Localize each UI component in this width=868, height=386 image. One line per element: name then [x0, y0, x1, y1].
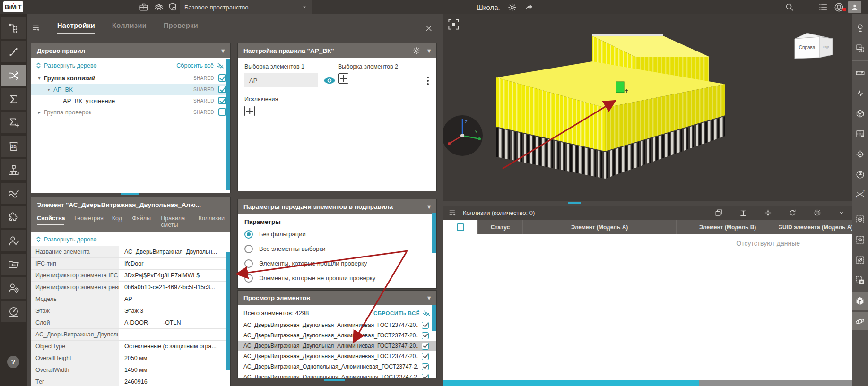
radio-button[interactable] [244, 259, 253, 268]
shared-checkbox[interactable] [218, 86, 226, 93]
element-list-item[interactable]: АС_ДверьВитражная_Двупольная_Алюминиевая… [238, 320, 436, 330]
fit-view-button[interactable] [447, 18, 460, 31]
collapse-caret-icon[interactable]: ▾ [427, 47, 431, 54]
collapse-rows-button[interactable] [764, 208, 773, 217]
shared-checkbox[interactable] [218, 74, 226, 82]
radio-button[interactable] [244, 274, 253, 283]
hide-selection-button[interactable] [852, 251, 868, 269]
collisions-menu-button[interactable] [448, 208, 457, 217]
help-button[interactable]: ? [7, 356, 19, 368]
project-settings-button[interactable] [507, 2, 517, 12]
tab-проверки[interactable]: Проверки [164, 22, 198, 34]
flag-button[interactable] [852, 165, 868, 184]
rules-tree-item[interactable]: ▾Группа коллизийSHARED [31, 72, 230, 84]
collapse-caret-icon[interactable]: ▾ [427, 294, 431, 301]
solid-mode-button[interactable] [852, 292, 868, 310]
panel-resize-handle[interactable] [568, 202, 581, 204]
collapse-caret-icon[interactable]: ▾ [427, 203, 431, 210]
reset-all-elements-link[interactable]: СБРОСИТЬ ВСЁ [373, 310, 431, 317]
workspace-selector[interactable]: Базовое пространство [180, 0, 312, 14]
show-selection-button[interactable] [852, 231, 868, 249]
element-checkbox[interactable] [422, 353, 429, 360]
project-tree-button[interactable] [852, 19, 868, 37]
tree-expand-arrow[interactable]: ▾ [35, 76, 43, 81]
panel-resize-handle[interactable] [121, 193, 139, 195]
element-tab-5[interactable]: Правила сметы [161, 215, 188, 232]
model-import-button[interactable] [1, 254, 26, 275]
element-tab-2[interactable]: Геометрия [74, 215, 102, 225]
visibility-eye-icon[interactable] [323, 76, 336, 85]
horizontal-scrollbar[interactable] [443, 380, 852, 386]
shared-checkbox[interactable] [218, 108, 226, 116]
element-checkbox[interactable] [422, 363, 429, 370]
structure-button[interactable] [1, 159, 26, 180]
element-tab-1[interactable]: Свойства [37, 215, 64, 225]
rules-tree-item[interactable]: ▾АР_ВКSHARED [31, 84, 230, 95]
shared-checkbox[interactable] [218, 97, 226, 104]
axes-button[interactable]: 21 [852, 186, 868, 204]
sum-add-button[interactable] [1, 112, 26, 133]
element-list-item[interactable]: АС_ДверьВитражная_Двупольная_Алюминиевая… [238, 351, 436, 361]
navigation-cube[interactable]: Справа Сзади [791, 30, 835, 61]
scrollbar-thumb[interactable] [443, 380, 699, 386]
rule-settings-header[interactable]: Настройка правила "АР_ВК" ▾ [238, 43, 436, 58]
element-list-item[interactable]: АС_ДверьВитражная_Двупольная_Алюминиевая… [238, 341, 436, 351]
rules-tree-item[interactable]: ▸Группа проверокSHARED [31, 106, 230, 118]
refresh-button[interactable] [788, 208, 797, 217]
reset-all-link[interactable]: Сбросить всё [176, 62, 225, 69]
expand-properties-link[interactable]: Развернуть дерево [36, 236, 96, 243]
tab-коллизии[interactable]: Коллизии [112, 22, 147, 34]
collapse-caret-icon[interactable]: ▾ [221, 47, 225, 54]
rules-tree-panel-header[interactable]: Дерево правил ▾ [31, 43, 230, 58]
element-tab-4[interactable]: Файлы [132, 215, 151, 225]
element-panel-header[interactable]: Элемент "АС_ДверьВитражная_Двупольная_Ал… [31, 197, 230, 212]
clash-rules-button[interactable] [1, 65, 26, 86]
user-check-button[interactable] [1, 230, 26, 251]
element-list-item[interactable]: АС_ДверьВитражная_Однопольная_Алюминиева… [238, 372, 436, 378]
filter-option[interactable]: Элементы, которые не прошли проверку [238, 271, 436, 285]
dashboard-button[interactable] [1, 301, 26, 322]
column-header[interactable]: GUID элемента (Модель A) [779, 220, 852, 234]
element-tab-3[interactable]: Код [112, 215, 122, 225]
clear-selection-button[interactable] [852, 271, 868, 290]
profile-button[interactable] [848, 1, 861, 13]
element-checkbox[interactable] [422, 332, 429, 339]
plugins-button[interactable] [1, 206, 26, 228]
rules-tree-button[interactable] [1, 17, 26, 39]
element-checkbox[interactable] [422, 343, 429, 350]
selection-filter-button[interactable] [852, 39, 868, 58]
floor-plan-button[interactable] [852, 125, 868, 143]
tab-настройки[interactable]: Настройки [57, 22, 95, 34]
column-header[interactable]: Элемент (Модель B) [676, 220, 779, 234]
panel-menu-button[interactable] [32, 23, 41, 33]
team-button[interactable] [153, 1, 165, 13]
projects-button[interactable] [138, 1, 149, 13]
rule-gear-button[interactable] [412, 46, 421, 55]
group-collisions-button[interactable] [714, 208, 723, 217]
column-header[interactable]: Статус [477, 220, 522, 234]
scrollbar-thumb[interactable] [226, 59, 230, 190]
element-list-item[interactable]: АС_ДверьВитражная_Двупольная_Алюминиевая… [238, 330, 436, 341]
3d-viewport[interactable]: Z Y Справа Сзади [443, 14, 852, 201]
scrollbar-thumb[interactable] [432, 213, 436, 253]
collapse-panel-button[interactable] [837, 209, 845, 217]
section-box-button[interactable] [852, 104, 868, 123]
fit-height-button[interactable] [739, 208, 748, 217]
selection1-input[interactable]: АР [244, 73, 318, 87]
tree-expand-arrow[interactable]: ▸ [35, 110, 43, 115]
expand-tree-link[interactable]: Развернуть дерево [36, 62, 96, 69]
search-button[interactable] [784, 1, 795, 13]
panel-resize-handle[interactable] [324, 379, 345, 381]
scrollbar-thumb[interactable] [226, 252, 230, 370]
more-options-button[interactable] [427, 77, 429, 87]
rules-tree-item[interactable]: АР_ВК_уточнениеSHARED [31, 95, 230, 106]
add-selection2-button[interactable] [338, 73, 348, 84]
menu-button[interactable] [817, 1, 829, 13]
close-panel-button[interactable] [424, 24, 434, 33]
filter-option[interactable]: Все элементы выборки [238, 241, 436, 256]
dependencies-button[interactable] [1, 41, 26, 62]
radio-button[interactable] [244, 245, 253, 253]
section-cut-button[interactable] [852, 84, 868, 103]
protection-button[interactable] [167, 1, 178, 13]
filter-option[interactable]: Элементы, которые прошли проверку [238, 256, 436, 271]
